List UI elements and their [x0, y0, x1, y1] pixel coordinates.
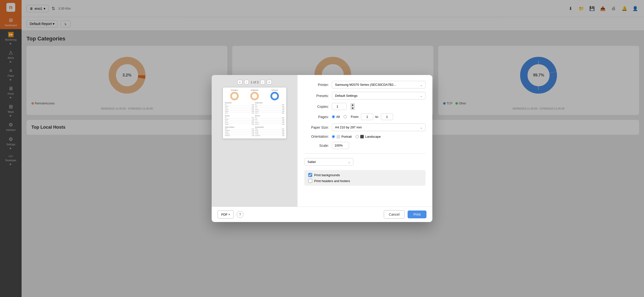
pages-from-input[interactable]: [361, 113, 373, 120]
pdf-arrow-icon: ▾: [228, 213, 230, 216]
portrait-icon: ⬜: [336, 135, 340, 138]
printer-select-wrap[interactable]: Samsung M2070 Series (SEC30CDA7B2...: [332, 81, 426, 88]
help-button[interactable]: ?: [237, 211, 244, 218]
copies-label: Copies:: [304, 105, 329, 109]
preview-next-button[interactable]: ›: [260, 80, 265, 84]
print-headers-footers-row: Print headers and footers: [308, 179, 422, 183]
print-backgrounds-row: Print backgrounds: [308, 173, 422, 177]
print-headers-footers-checkbox[interactable]: [308, 179, 312, 183]
print-dialog-body: « ‹ 1 of 3 › » Top Categories: [212, 75, 432, 207]
pages-from-radio-label[interactable]: [344, 115, 347, 118]
copies-stepper: ▲ ▼: [350, 103, 355, 110]
preview-first-button[interactable]: «: [238, 80, 242, 84]
copies-up-button[interactable]: ▲: [350, 103, 355, 107]
printer-select[interactable]: Samsung M2070 Series (SEC30CDA7B2...: [332, 81, 425, 88]
svg-point-7: [251, 93, 258, 99]
orientation-label: Orientation:: [304, 135, 329, 138]
print-dialog: « ‹ 1 of 3 › » Top Categories: [212, 75, 432, 222]
print-dialog-footer: PDF ▾ ? Cancel Print: [212, 207, 432, 222]
preview-page-count: 1 of 3: [251, 80, 259, 84]
print-button[interactable]: Print: [408, 211, 426, 218]
pages-label: Pages:: [304, 115, 329, 119]
safari-row: Safari: [304, 158, 426, 166]
orientation-options: ⬜ Portrait ⬛ Landscape: [332, 135, 381, 138]
svg-point-8: [271, 93, 278, 99]
copies-row: Copies: ▲ ▼: [304, 103, 426, 110]
pages-all-text: All: [336, 115, 340, 119]
preview-navigation: « ‹ 1 of 3 › »: [238, 80, 272, 84]
preview-last-button[interactable]: »: [267, 80, 272, 84]
scale-row: Scale:: [304, 142, 426, 149]
printer-row: Printer: Samsung M2070 Series (SEC30CDA7…: [304, 81, 426, 88]
paper-size-row: Paper Size: A4 210 by 297 mm: [304, 123, 426, 131]
pages-row: Pages: All From: to:: [304, 113, 426, 120]
pdf-label: PDF: [221, 213, 228, 216]
printer-label: Printer:: [304, 83, 329, 87]
pages-from-label: From:: [351, 115, 359, 119]
landscape-icon: ⬛: [360, 135, 364, 138]
portrait-text: Portrait: [341, 135, 352, 138]
preview-pane: « ‹ 1 of 3 › » Top Categories: [212, 75, 298, 207]
orientation-portrait-label[interactable]: ⬜ Portrait: [332, 135, 352, 138]
svg-point-6: [231, 93, 238, 99]
cancel-button[interactable]: Cancel: [384, 210, 405, 219]
print-backgrounds-checkbox[interactable]: [308, 173, 312, 177]
paper-size-select[interactable]: A4 210 by 297 mm: [332, 124, 425, 131]
copies-input[interactable]: [332, 103, 346, 110]
presets-label: Presets:: [304, 94, 329, 98]
pages-from-to: From: to:: [351, 113, 393, 120]
pages-options: All From: to:: [332, 113, 393, 120]
pages-from-radio[interactable]: [344, 115, 347, 118]
pages-all-radio-label[interactable]: All: [332, 115, 340, 119]
print-dialog-overlay: « ‹ 1 of 3 › » Top Categories: [0, 0, 644, 297]
preview-prev-button[interactable]: ‹: [244, 80, 249, 84]
paper-size-select-wrap[interactable]: A4 210 by 297 mm: [332, 123, 426, 131]
copies-down-button[interactable]: ▼: [350, 107, 355, 110]
scale-label: Scale:: [304, 144, 329, 148]
pages-to-label: to:: [375, 115, 379, 119]
preview-page-content: Top Categories Top Applications: [225, 89, 284, 136]
paper-size-label: Paper Size:: [304, 125, 329, 129]
checkbox-area: Print backgrounds Print headers and foot…: [304, 170, 426, 186]
separator: [304, 153, 426, 154]
safari-select-wrap[interactable]: Safari: [304, 158, 354, 166]
pdf-button[interactable]: PDF ▾: [218, 211, 234, 219]
settings-pane: Printer: Samsung M2070 Series (SEC30CDA7…: [298, 75, 432, 207]
preview-image: Top Categories Top Applications: [223, 87, 286, 139]
orientation-landscape-label[interactable]: ⬛ Landscape: [356, 135, 381, 138]
presets-row: Presets: Default Settings: [304, 92, 426, 99]
scale-input[interactable]: [332, 142, 349, 149]
pages-all-radio[interactable]: [332, 115, 335, 118]
orientation-portrait-radio[interactable]: [332, 135, 335, 138]
presets-select-wrap[interactable]: Default Settings: [332, 92, 426, 99]
pages-to-input[interactable]: [381, 113, 393, 120]
orientation-landscape-radio[interactable]: [356, 135, 359, 138]
landscape-text: Landscape: [365, 135, 381, 138]
print-headers-footers-label: Print headers and footers: [314, 179, 350, 183]
print-backgrounds-label: Print backgrounds: [314, 173, 340, 177]
presets-select[interactable]: Default Settings: [332, 92, 425, 99]
orientation-row: Orientation: ⬜ Portrait ⬛ Landscape: [304, 135, 426, 138]
safari-select[interactable]: Safari: [304, 158, 353, 165]
